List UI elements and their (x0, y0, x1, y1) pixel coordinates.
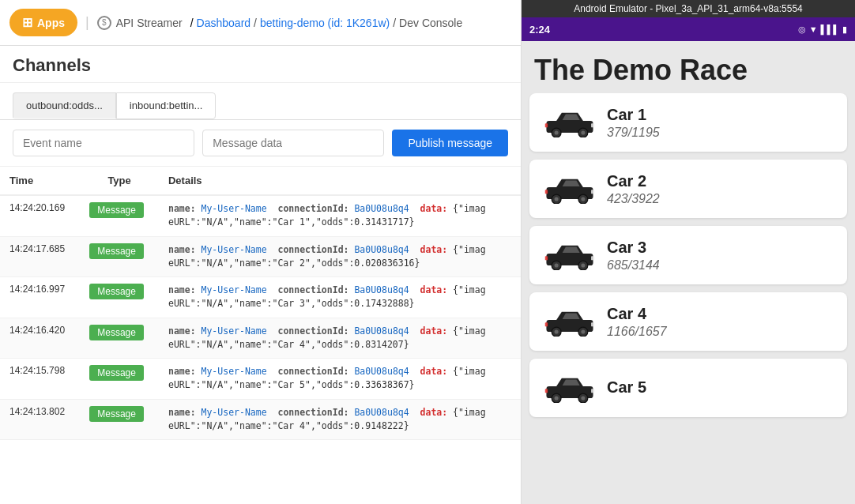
table-header-row: Time Type Details (0, 167, 521, 195)
car-info: Car 5 (607, 378, 834, 398)
cell-time: 14:24:20.169 (0, 195, 80, 236)
publish-message-button[interactable]: Publish message (392, 130, 508, 156)
status-icons: ◎ ▼ ▌▌▌ ▮ (798, 24, 847, 35)
car-icon (542, 302, 597, 341)
svg-rect-6 (545, 123, 548, 127)
car-score: 379/1195 (607, 126, 834, 140)
type-badge: Message (89, 243, 144, 259)
cell-time: 14:24:17.685 (0, 236, 80, 277)
type-badge: Message (89, 365, 144, 381)
car-name: Car 4 (607, 305, 834, 323)
svg-rect-5 (591, 123, 594, 127)
table-row: 14:24:15.798 Message name: My-User-Name … (0, 359, 521, 400)
signal-icon: ▌▌▌ (821, 24, 839, 34)
car-svg (543, 174, 597, 204)
car-name: Car 2 (607, 172, 834, 190)
status-time: 2:24 (529, 24, 550, 36)
car-svg (543, 307, 597, 337)
tab-inbound[interactable]: inbound:bettin... (116, 92, 217, 119)
svg-point-16 (555, 264, 559, 268)
type-badge: Message (89, 202, 144, 218)
api-streamer: $ API Streamer (97, 16, 183, 30)
apps-label: Apps (37, 17, 65, 29)
breadcrumb-demo[interactable]: betting-demo (id: 1K261w) (260, 17, 390, 29)
breadcrumb-sep2: / (254, 17, 257, 29)
car-card: Car 4 1166/1657 (529, 292, 847, 351)
col-time: Time (0, 167, 80, 195)
car-icon (542, 368, 597, 408)
location-icon: ◎ (798, 24, 806, 35)
car-icon (542, 103, 597, 142)
cell-time: 14:24:16.420 (0, 318, 80, 359)
svg-point-25 (581, 330, 585, 334)
table-row: 14:24:16.997 Message name: My-User-Name … (0, 277, 521, 318)
cell-time: 14:24:15.798 (0, 359, 80, 400)
svg-rect-13 (545, 190, 548, 194)
svg-rect-27 (545, 322, 548, 326)
breadcrumb: / Dashboard / betting-demo (id: 1K261w) … (190, 17, 463, 29)
breadcrumb-current: Dev Console (399, 17, 462, 29)
cell-details: name: My-User-Name connectionId: Ba0U08u… (159, 277, 521, 318)
cell-type: Message (80, 277, 159, 318)
type-badge: Message (89, 406, 144, 422)
apps-button[interactable]: ⊞ Apps (9, 9, 77, 36)
svg-point-4 (581, 131, 585, 135)
publish-row: Publish message (0, 120, 521, 167)
car-info: Car 4 1166/1657 (607, 305, 834, 339)
message-data-input[interactable] (202, 130, 384, 156)
apps-icon: ⊞ (22, 15, 32, 30)
breadcrumb-dashboard[interactable]: Dashboard (197, 17, 251, 29)
message-table-container: Time Type Details 14:24:20.169 Message n… (0, 167, 521, 504)
car-score: 423/3922 (607, 192, 834, 206)
cell-type: Message (80, 318, 159, 359)
battery-icon: ▮ (842, 24, 847, 35)
breadcrumb-sep1: / (190, 17, 194, 29)
svg-rect-33 (591, 389, 594, 393)
wifi-icon: ▼ (809, 24, 818, 34)
nav-divider: | (85, 14, 89, 31)
cell-details: name: My-User-Name connectionId: Ba0U08u… (159, 359, 521, 400)
svg-point-23 (555, 330, 559, 334)
message-table: Time Type Details 14:24:20.169 Message n… (0, 167, 521, 440)
table-row: 14:24:16.420 Message name: My-User-Name … (0, 318, 521, 359)
svg-rect-20 (545, 256, 548, 260)
car-score: 1166/1657 (607, 325, 834, 339)
svg-point-9 (555, 197, 559, 201)
svg-point-18 (581, 264, 585, 268)
cell-details: name: My-User-Name connectionId: Ba0U08u… (159, 236, 521, 277)
page-title: Channels (13, 55, 508, 76)
svg-rect-12 (591, 190, 594, 194)
race-title: The Demo Race (522, 41, 855, 93)
android-emulator: Android Emulator - Pixel_3a_API_31_arm64… (522, 0, 855, 504)
type-badge: Message (89, 284, 144, 299)
tab-outbound[interactable]: outbound:odds... (13, 92, 116, 119)
cell-details: name: My-User-Name connectionId: Ba0U08u… (159, 318, 521, 359)
cell-type: Message (80, 399, 159, 440)
cell-time: 14:24:16.997 (0, 277, 80, 318)
car-name: Car 5 (607, 378, 834, 397)
cell-type: Message (80, 236, 159, 277)
car-name: Car 1 (607, 106, 834, 124)
car-icon (542, 235, 597, 275)
car-info: Car 2 423/3922 (607, 172, 834, 206)
car-list: Car 1 379/1195 (522, 93, 855, 504)
left-panel: ⊞ Apps | $ API Streamer / Dashboard / be… (0, 0, 522, 504)
car-score: 685/3144 (607, 258, 834, 273)
emulator-titlebar: Android Emulator - Pixel_3a_API_31_arm64… (522, 0, 855, 17)
svg-point-11 (581, 197, 585, 201)
svg-point-2 (555, 131, 559, 135)
breadcrumb-sep3: / (393, 17, 396, 29)
cell-type: Message (80, 195, 159, 236)
top-nav: ⊞ Apps | $ API Streamer / Dashboard / be… (0, 0, 521, 46)
car-svg (543, 373, 597, 403)
col-details: Details (159, 167, 521, 195)
table-row: 14:24:13.802 Message name: My-User-Name … (0, 399, 521, 440)
type-badge: Message (89, 325, 144, 340)
car-card: Car 2 423/3922 (529, 160, 847, 218)
svg-point-32 (581, 397, 585, 401)
svg-point-30 (555, 397, 559, 401)
car-card: Car 1 379/1195 (529, 93, 847, 152)
event-name-input[interactable] (13, 130, 194, 156)
cell-time: 14:24:13.802 (0, 399, 80, 440)
car-card: Car 5 (529, 359, 847, 417)
